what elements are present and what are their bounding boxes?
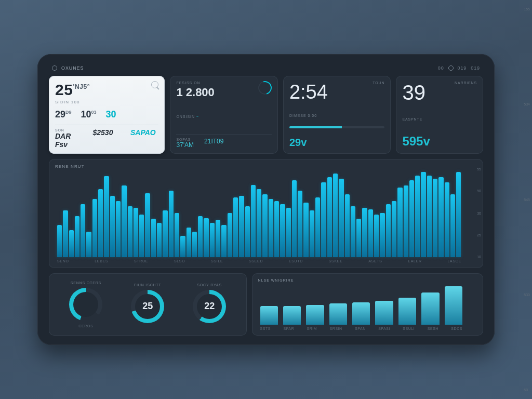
chart-bar: [303, 203, 308, 257]
y-tick: 530: [524, 293, 530, 297]
chart-bar: [134, 208, 138, 257]
chart-bar: [139, 215, 144, 257]
y-tick: 534: [524, 102, 530, 106]
summary-card-primary[interactable]: 25'NJ5° SIDIN 108 29D9 1003 30 SONDAR Fѕ…: [49, 76, 165, 154]
bot-val-2: SAPAO: [130, 128, 158, 137]
chart-bar: [104, 176, 109, 257]
chart-bar: [210, 223, 215, 257]
x-tick: SPAR: [283, 327, 294, 330]
brand-icon: [52, 65, 57, 71]
chart-bar: [274, 201, 279, 257]
chart-bar: [175, 213, 179, 257]
chart-bar: [352, 302, 370, 325]
x-tick: SSEED: [249, 259, 263, 263]
chart-bar: [409, 180, 414, 257]
y-tick: 55: [477, 167, 481, 171]
chart-bar: [198, 216, 203, 257]
gauge-widget[interactable]: SOCY RYAS22: [193, 283, 226, 326]
chart-bar: [375, 301, 393, 325]
metric-bottom-value: 595v: [402, 134, 477, 149]
brand-label: OXUNES: [61, 65, 84, 71]
chart-bar: [339, 179, 343, 257]
bot-val-1: $2530: [92, 128, 121, 137]
chart-bar: [327, 177, 332, 257]
chart-bar: [397, 188, 402, 257]
chart-bar: [239, 196, 244, 257]
nav-item[interactable]: 00: [438, 65, 444, 71]
top-bar: OXUNES 00 019 019: [49, 64, 483, 76]
summary-card-metric[interactable]: 39 NARRIENS EASPNTE 595v: [396, 76, 483, 154]
chart-bar: [445, 182, 449, 257]
x-tick: SSULI: [403, 327, 415, 330]
clock-bottom-value: 29v: [289, 137, 384, 149]
gauge-ring-icon: 22: [193, 290, 226, 323]
mid-val-2: 30: [106, 109, 116, 119]
chart-bar: [280, 204, 285, 257]
chart-bar: [404, 185, 408, 257]
session-label: FESISS ON: [176, 81, 214, 85]
y-tick: 10: [477, 255, 481, 259]
gauge-label: FIUN ISCHTT: [131, 283, 164, 287]
secondary-bar-chart[interactable]: NLSE WNIGRIRE 15553454553050 SSTSSPARSRI…: [252, 273, 483, 336]
chart-bar: [116, 201, 121, 257]
x-tick: SSKEE: [329, 259, 343, 263]
chart-bar: [257, 189, 261, 257]
gauge-ring-icon: 25: [131, 290, 164, 323]
chart-bar: [187, 228, 191, 257]
chart-bar: [221, 225, 226, 257]
bot-val-0: DAR Fѕν: [55, 132, 83, 149]
progress-bar: [289, 126, 384, 128]
chart-bar: [245, 206, 250, 257]
chart-bar: [283, 306, 301, 325]
gauge-widget[interactable]: SENNS OTERSCEROS: [69, 281, 102, 328]
chart-bar: [75, 216, 79, 257]
x-tick: SSTS: [260, 327, 271, 330]
x-tick: SRSIN: [330, 327, 342, 330]
chart-bar: [180, 236, 185, 257]
chart-bar: [251, 185, 256, 257]
x-tick: LEBES: [95, 259, 108, 263]
primary-suffix: 'NJ5°: [73, 83, 90, 90]
x-tick: SRIM: [307, 327, 317, 330]
chart-bar: [63, 210, 68, 257]
chart-bar: [421, 172, 425, 257]
chart-bar: [163, 210, 167, 257]
y-tick: 30: [477, 211, 481, 215]
gauge-sublabel: CEROS: [69, 324, 102, 328]
y-tick: 50: [524, 388, 530, 392]
x-tick: SLSO: [174, 259, 185, 263]
chart-bar: [110, 196, 115, 257]
nav-item[interactable]: 019: [471, 65, 480, 71]
x-tick: ASETS: [368, 259, 382, 263]
main-bar-chart[interactable]: RENE NRUT 5590302510 SENOLEBESSTRUESLSOS…: [49, 159, 483, 268]
chart-bar: [98, 189, 103, 257]
chart-bar: [169, 191, 174, 257]
chart-bar: [392, 201, 396, 257]
chart-bar: [204, 218, 208, 257]
chart-title: RENE NRUT: [55, 164, 477, 169]
gauge-value: 22: [204, 301, 215, 312]
summary-card-session[interactable]: FESISS ON 1 2.800 ONSISIN ~ SOPAS37'AM 2…: [170, 76, 277, 154]
chart-bar: [216, 220, 220, 257]
chart-bar: [362, 208, 367, 257]
clock-label-right: TOUN: [373, 81, 384, 103]
gauge-widget[interactable]: FIUN ISCHTT25: [131, 283, 164, 326]
metric-sublabel: EASPNTE: [402, 117, 477, 121]
primary-sublabel: SIDIN 108: [55, 100, 90, 104]
summary-card-clock[interactable]: 2:54 TOUN DIMESE 0:00 29v: [283, 76, 391, 154]
chart-bar: [368, 209, 373, 257]
chart-bar: [333, 174, 338, 257]
gauge-label: SENNS OTERS: [69, 281, 102, 285]
chart-bar: [228, 213, 232, 257]
session-bot-1: 21IT09: [204, 138, 223, 145]
chart-bar: [415, 176, 420, 257]
nav-item[interactable]: 019: [458, 65, 467, 71]
dashboard-device: OXUNES 00 019 019 25'NJ5° SIDIN 108 29D: [37, 54, 495, 345]
clock-sublabel: DIMESE 0:00: [289, 114, 384, 117]
chart-bar: [445, 286, 462, 325]
search-icon[interactable]: [151, 81, 158, 88]
y-tick: 155: [524, 7, 530, 11]
bell-icon[interactable]: [448, 65, 454, 71]
chart-bar: [345, 194, 350, 257]
x-tick: SDCS: [451, 327, 462, 330]
